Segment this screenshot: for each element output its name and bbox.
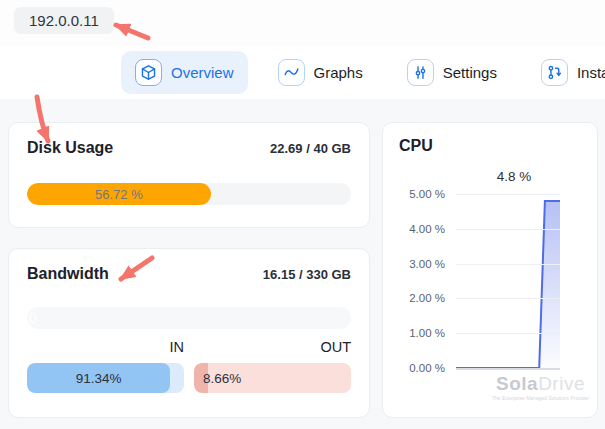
- tab-graphs-label: Graphs: [314, 64, 363, 81]
- bandwidth-total-label: 0: [27, 310, 37, 326]
- bandwidth-out-percent: 8.66%: [203, 363, 241, 393]
- bandwidth-out-bar: 8.66%: [194, 363, 351, 393]
- cpu-ytick-label: 5.00 %: [397, 186, 445, 202]
- bandwidth-title: Bandwidth: [27, 265, 109, 283]
- cpu-ytick-label: 0.00 %: [397, 360, 445, 376]
- cube-icon: [135, 59, 162, 86]
- tab-strip: Overview Graphs Settings Install: [0, 46, 605, 99]
- bandwidth-out-heading: OUT: [194, 339, 351, 355]
- tab-install[interactable]: Install: [527, 51, 605, 94]
- git-branch-icon: [541, 59, 568, 86]
- tab-settings-label: Settings: [443, 64, 497, 81]
- watermark-brand-a: Sola: [496, 373, 538, 394]
- disk-usage-value: 22.69 / 40 GB: [270, 141, 351, 156]
- soladrive-watermark: SolaDrive The Enterprise Managed Solutio…: [492, 374, 589, 401]
- bandwidth-in-heading: IN: [27, 339, 184, 355]
- disk-usage-percent: 56.72 %: [95, 187, 143, 202]
- disk-usage-card: Disk Usage 22.69 / 40 GB 56.72 %: [8, 122, 370, 228]
- cpu-gridline: [456, 229, 560, 230]
- cpu-ytick-label: 1.00 %: [397, 325, 445, 341]
- tab-overview[interactable]: Overview: [121, 51, 248, 94]
- cpu-gridline: [456, 333, 560, 334]
- watermark-brand-b: Drive: [538, 373, 585, 394]
- watermark-tagline: The Enterprise Managed Solutions Provide…: [492, 395, 589, 401]
- cpu-gridline: [456, 368, 560, 370]
- bandwidth-value: 16.15 / 330 GB: [263, 267, 351, 282]
- bandwidth-card: Bandwidth 16.15 / 330 GB 0 IN OUT 91.34%…: [8, 248, 370, 418]
- disk-usage-title: Disk Usage: [27, 139, 113, 157]
- bandwidth-in-bar: 91.34%: [27, 363, 184, 393]
- bandwidth-in-fill: 91.34%: [27, 363, 170, 393]
- server-ip-chip: 192.0.0.11: [14, 7, 114, 34]
- cpu-card: CPU 4.8 % 5.00 %4.00 %3.00 %2.00 %1.00 %…: [382, 122, 598, 418]
- disk-usage-bar: 56.72 %: [27, 183, 351, 205]
- cpu-series-line: [456, 194, 560, 368]
- bandwidth-in-percent: 91.34%: [76, 371, 122, 386]
- cpu-gridline: [456, 298, 560, 299]
- cpu-ytick-label: 2.00 %: [397, 290, 445, 306]
- cpu-gridline: [456, 194, 560, 195]
- server-ip: 192.0.0.11: [29, 12, 99, 29]
- tab-bar: Overview Graphs Settings Install: [121, 46, 605, 99]
- disk-usage-fill: 56.72 %: [27, 183, 211, 205]
- sliders-icon: [407, 59, 434, 86]
- cpu-ytick-label: 3.00 %: [397, 256, 445, 272]
- top-bar: 192.0.0.11: [0, 0, 605, 46]
- server-overview-page: 192.0.0.11 Overview Graphs Setting: [0, 0, 605, 429]
- tab-settings[interactable]: Settings: [393, 51, 511, 94]
- cpu-gridline: [456, 264, 560, 265]
- tab-install-label: Install: [577, 64, 605, 81]
- tab-overview-label: Overview: [171, 64, 234, 81]
- bandwidth-total-bar: 0: [27, 307, 351, 329]
- tab-graphs[interactable]: Graphs: [264, 51, 377, 94]
- line-chart-icon: [278, 59, 305, 86]
- cpu-ytick-label: 4.00 %: [397, 221, 445, 237]
